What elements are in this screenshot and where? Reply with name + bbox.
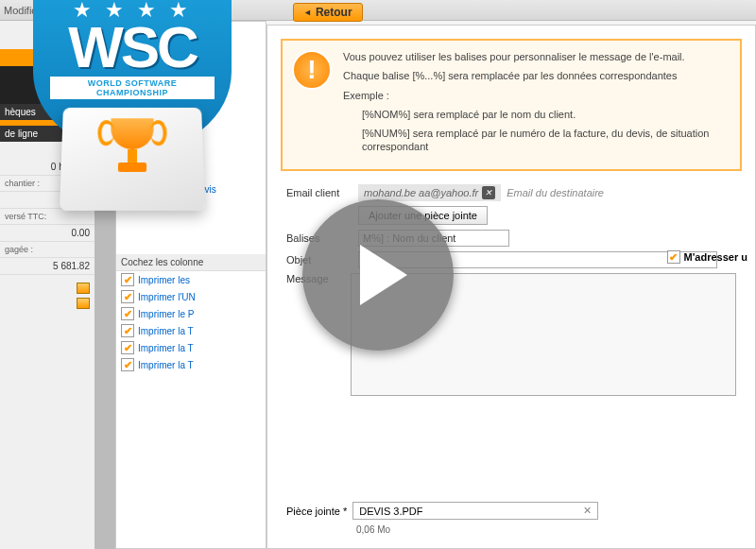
- email-hint: Email du destinataire: [507, 187, 604, 198]
- checkbox-icon[interactable]: [121, 290, 134, 303]
- info-box: ! Vous pouvez utiliser les balises pour …: [281, 39, 742, 171]
- gagee-label: gagée :: [0, 242, 94, 258]
- checkbox-icon[interactable]: [121, 341, 134, 354]
- close-icon[interactable]: ✕: [482, 186, 495, 199]
- print-option[interactable]: Imprimer l'UN: [116, 288, 266, 305]
- print-option[interactable]: Imprimer les: [116, 271, 266, 288]
- back-button[interactable]: Retour: [293, 3, 363, 22]
- print-option[interactable]: Imprimer la T: [116, 339, 266, 356]
- checkbox-icon[interactable]: [121, 273, 134, 286]
- wsc-badge: ★ ★ ★ ★ WSC WORLD SOFTWARE CHAMPIONSHIP: [9, 0, 255, 210]
- trophy-box: [60, 108, 205, 211]
- trophy-icon: [108, 118, 158, 181]
- checkbox-icon[interactable]: [667, 250, 680, 264]
- clear-icon[interactable]: ✕: [583, 505, 592, 517]
- play-button[interactable]: [302, 199, 454, 351]
- print-option[interactable]: Imprimer la T: [116, 322, 266, 339]
- columns-header: Cochez les colonne: [116, 254, 266, 271]
- pencil-icon[interactable]: [77, 298, 90, 309]
- email-label: Email client: [286, 187, 352, 198]
- badge-title: WSC: [33, 23, 232, 73]
- verse-value: 0.00: [0, 225, 94, 242]
- checkbox-icon[interactable]: [121, 358, 134, 371]
- checkbox-icon[interactable]: [121, 307, 134, 320]
- attachment-size: 0,06 Mo: [356, 524, 390, 535]
- attachment-field[interactable]: DEVIS 3.PDF ✕: [352, 502, 598, 520]
- verse-label: versé TTC:: [0, 209, 94, 225]
- gagee-value: 5 681.82: [0, 258, 94, 275]
- print-option[interactable]: Imprimer la T: [116, 356, 266, 373]
- attachment-label: Pièce jointe *: [286, 506, 347, 517]
- pencil-icon[interactable]: [77, 283, 90, 294]
- copy-me-checkbox[interactable]: M'adresser u: [667, 250, 747, 264]
- attachment-row: Pièce jointe * DEVIS 3.PDF ✕: [286, 502, 598, 520]
- badge-subtitle: WORLD SOFTWARE CHAMPIONSHIP: [50, 77, 215, 99]
- warning-icon: !: [292, 50, 332, 90]
- checkbox-icon[interactable]: [121, 324, 134, 337]
- print-option[interactable]: Imprimer le P: [116, 305, 266, 322]
